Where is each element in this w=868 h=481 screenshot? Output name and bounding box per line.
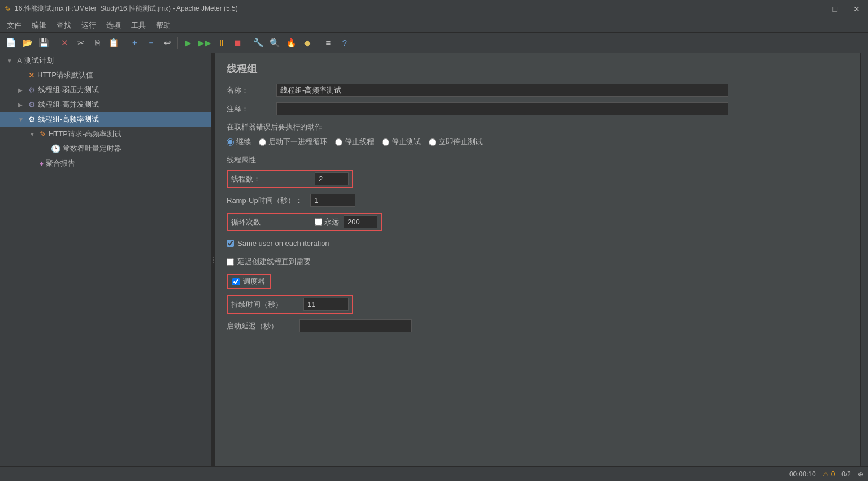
- toolbar-sep-4: [248, 37, 248, 49]
- toolbar-tool3[interactable]: 🔥: [284, 36, 298, 50]
- menu-find[interactable]: 查找: [52, 19, 76, 32]
- toolbar-paste[interactable]: 📋: [106, 36, 121, 50]
- toolbar-open[interactable]: 📂: [20, 36, 34, 50]
- delay-thread-checkbox[interactable]: [227, 258, 234, 266]
- menu-tools[interactable]: 工具: [127, 19, 150, 32]
- startup-delay-input[interactable]: [299, 319, 412, 332]
- action-radio-group: 继续 启动下一进程循环 停止线程 停止测试 立即停止测试: [227, 137, 849, 147]
- thread-count-input[interactable]: [315, 172, 349, 185]
- delay-thread-row: 延迟创建线程直到需要: [227, 254, 849, 269]
- duration-label: 持续时间（秒）: [231, 300, 299, 310]
- duration-input[interactable]: [303, 298, 349, 311]
- toolbar-sep-3: [177, 37, 178, 49]
- label-timer: 常数吞吐量定时器: [63, 144, 121, 154]
- toolbar-pause[interactable]: ⏸: [214, 36, 228, 50]
- sidebar-item-http-default[interactable]: ✕ HTTP请求默认值: [0, 68, 211, 83]
- toolbar-add[interactable]: ＋: [127, 36, 142, 50]
- minimize-button[interactable]: —: [806, 3, 821, 15]
- startup-delay-label: 启动延迟（秒）: [227, 321, 294, 331]
- toolbar-new[interactable]: 📄: [3, 36, 18, 50]
- toolbar-stop[interactable]: ⏹: [230, 36, 245, 50]
- radio-stop-now-input[interactable]: [429, 138, 436, 146]
- radio-next-loop-input[interactable]: [259, 138, 266, 146]
- scheduler-row: 调度器: [227, 274, 849, 289]
- toggle-test-plan: ▼: [7, 58, 15, 64]
- radio-continue-input[interactable]: [227, 138, 234, 146]
- name-row: 名称：: [227, 84, 849, 97]
- menu-file[interactable]: 文件: [2, 19, 26, 32]
- toolbar-save[interactable]: 💾: [36, 36, 51, 50]
- forever-label: 永远: [324, 217, 339, 227]
- window-controls: — □ ✕: [806, 3, 863, 15]
- ramp-up-row: Ramp-Up时间（秒）：: [227, 194, 849, 207]
- menu-help[interactable]: 帮助: [151, 19, 175, 32]
- menu-options[interactable]: 选项: [102, 19, 125, 32]
- toolbar-list[interactable]: ≡: [321, 36, 336, 50]
- toolbar-help[interactable]: ?: [337, 36, 352, 50]
- forever-checkbox-group[interactable]: 永远: [315, 217, 339, 227]
- toolbar-remove[interactable]: －: [144, 36, 158, 50]
- action-on-error-title: 在取样器错误后要执行的动作: [227, 122, 849, 132]
- sidebar-item-report[interactable]: ♦ 聚合报告: [0, 156, 211, 171]
- toolbar-start-no-pause[interactable]: ▶▶: [197, 36, 212, 50]
- status-timer: 00:00:10: [789, 470, 816, 478]
- label-thread-group-3: 线程组-高频率测试: [38, 114, 99, 124]
- toolbar: 📄 📂 💾 ✕ ✂ ⎘ 📋 ＋ － ↩ ▶ ▶▶ ⏸ ⏹ 🔧 🔍 🔥 ◆ ≡ ?: [0, 33, 868, 53]
- sidebar-item-test-plan[interactable]: ▼ A 测试计划: [0, 53, 211, 68]
- radio-stop-thread[interactable]: 停止线程: [335, 137, 374, 147]
- maximize-button[interactable]: □: [830, 3, 841, 15]
- toolbar-copy[interactable]: ⎘: [90, 36, 105, 50]
- sidebar-item-thread-group-2[interactable]: ▶ ⚙ 线程组-高并发测试: [0, 97, 211, 112]
- toolbar-cut[interactable]: ✂: [73, 36, 88, 50]
- sidebar: ▼ A 测试计划 ✕ HTTP请求默认值 ▶ ⚙ 线程组-弱压力测试 ▶ ⚙ 线…: [0, 53, 212, 466]
- radio-continue[interactable]: 继续: [227, 137, 251, 147]
- toolbar-sep-5: [318, 37, 318, 49]
- loop-count-input[interactable]: [344, 215, 377, 228]
- radio-stop-thread-input[interactable]: [335, 138, 342, 146]
- radio-continue-label: 继续: [236, 137, 251, 147]
- loop-count-highlight-box: 循环次数 永远: [227, 213, 382, 231]
- title-bar: ✎ 16.性能测试.jmx (F:\JMeter_Study\16.性能测试.j…: [0, 0, 868, 18]
- radio-stop-test[interactable]: 停止测试: [382, 137, 421, 147]
- toolbar-tool2[interactable]: 🔍: [267, 36, 282, 50]
- forever-checkbox[interactable]: [315, 218, 322, 226]
- scheduler-highlight-box: 调度器: [227, 274, 271, 289]
- toggle-thread-group-1: ▶: [18, 87, 26, 93]
- radio-stop-test-input[interactable]: [382, 138, 389, 146]
- sidebar-item-thread-group-1[interactable]: ▶ ⚙ 线程组-弱压力测试: [0, 83, 211, 97]
- toolbar-tool4[interactable]: ◆: [300, 36, 315, 50]
- name-label: 名称：: [227, 85, 272, 96]
- warning-icon: ⚠: [823, 470, 829, 478]
- toolbar-clear[interactable]: ↩: [160, 36, 175, 50]
- sidebar-item-thread-group-3[interactable]: ▼ ⚙ 线程组-高频率测试: [0, 112, 211, 127]
- sidebar-item-http-request[interactable]: ▼ ✎ HTTP请求-高频率测试: [0, 127, 211, 141]
- window-title: 16.性能测试.jmx (F:\JMeter_Study\16.性能测试.jmx…: [15, 4, 238, 14]
- close-button[interactable]: ✕: [850, 3, 863, 15]
- icon-thread-group-3: ⚙: [28, 115, 36, 124]
- sidebar-item-timer[interactable]: 🕐 常数吞吐量定时器: [0, 141, 211, 156]
- radio-next-loop-label: 启动下一进程循环: [268, 137, 327, 147]
- add-icon[interactable]: ⊕: [858, 470, 863, 478]
- status-warning: ⚠ 0: [823, 470, 835, 478]
- duration-highlight-box: 持续时间（秒）: [227, 295, 353, 314]
- ramp-up-input[interactable]: [310, 194, 355, 207]
- ramp-up-label: Ramp-Up时间（秒）：: [227, 196, 306, 206]
- comment-input[interactable]: [276, 102, 728, 115]
- icon-test-plan: A: [17, 56, 22, 65]
- menu-run[interactable]: 运行: [77, 19, 101, 32]
- menu-edit[interactable]: 编辑: [27, 19, 51, 32]
- toolbar-start[interactable]: ▶: [181, 36, 196, 50]
- scheduler-checkbox[interactable]: [232, 278, 240, 285]
- same-user-checkbox[interactable]: [227, 240, 234, 247]
- same-user-row: Same user on each iteration: [227, 237, 849, 250]
- status-add[interactable]: ⊕: [858, 470, 863, 478]
- delay-thread-label: 延迟创建线程直到需要: [237, 257, 311, 267]
- main-layout: ▼ A 测试计划 ✕ HTTP请求默认值 ▶ ⚙ 线程组-弱压力测试 ▶ ⚙ 线…: [0, 53, 868, 466]
- name-input[interactable]: [276, 84, 728, 97]
- toolbar-tool1[interactable]: 🔧: [251, 36, 266, 50]
- loop-count-label: 循环次数: [231, 217, 310, 227]
- toolbar-close[interactable]: ✕: [57, 36, 72, 50]
- radio-stop-now[interactable]: 立即停止测试: [429, 137, 483, 147]
- right-scrollbar: [860, 53, 868, 466]
- radio-next-loop[interactable]: 启动下一进程循环: [259, 137, 327, 147]
